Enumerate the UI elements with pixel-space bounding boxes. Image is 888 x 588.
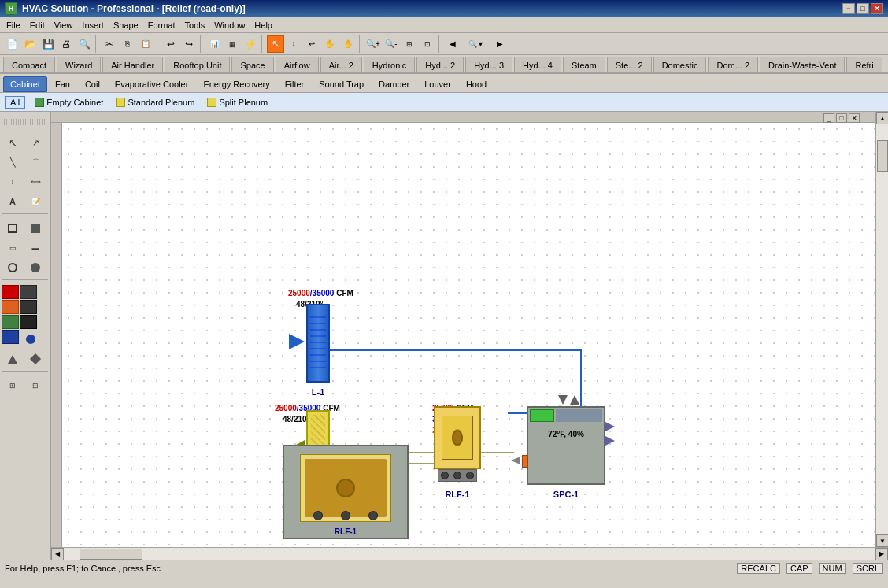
menu-edit[interactable]: Edit bbox=[25, 20, 50, 31]
color-swatch-dark[interactable] bbox=[20, 285, 37, 299]
scroll-left-button[interactable]: ◀ bbox=[51, 548, 64, 560]
sec-tab-evap[interactable]: Evaporative Cooler bbox=[108, 76, 196, 92]
tb-next[interactable]: ▶ bbox=[491, 35, 509, 53]
tb-prev[interactable]: ◀ bbox=[444, 35, 461, 53]
scroll-thumb[interactable] bbox=[877, 140, 888, 172]
hscroll-track[interactable] bbox=[64, 548, 875, 560]
sec-tab-louver[interactable]: Louver bbox=[417, 76, 458, 92]
scroll-down-button[interactable]: ▼ bbox=[876, 534, 888, 547]
tb-rotate[interactable]: ↩ bbox=[303, 35, 320, 53]
scroll-track[interactable] bbox=[876, 124, 888, 534]
tool-note[interactable]: 📝 bbox=[24, 192, 46, 211]
sec-tab-filter[interactable]: Filter bbox=[278, 76, 311, 92]
mdi-restore[interactable]: □ bbox=[836, 113, 847, 123]
tool-rounded-rect-fill[interactable]: ▬ bbox=[24, 239, 46, 257]
tab-refri[interactable]: Refri bbox=[846, 57, 882, 72]
color-swatch-green[interactable] bbox=[2, 315, 19, 329]
tb-zoom-fit[interactable]: ⊞ bbox=[401, 35, 418, 53]
tab-dom2[interactable]: Dom... 2 bbox=[708, 57, 758, 72]
sec-tab-sound[interactable]: Sound Trap bbox=[312, 76, 371, 92]
tool-arrow[interactable]: ↖ bbox=[2, 133, 24, 152]
tool-measure[interactable]: ⟺ bbox=[24, 172, 46, 191]
tb-print-preview[interactable]: 🔍 bbox=[76, 35, 93, 53]
color-swatch-dark2[interactable] bbox=[20, 300, 37, 314]
hscroll-thumb[interactable] bbox=[80, 549, 142, 560]
sec-tab-fan[interactable]: Fan bbox=[48, 76, 77, 92]
sec-tab-coil[interactable]: Coil bbox=[78, 76, 107, 92]
tool-misc2[interactable]: ⊟ bbox=[24, 376, 46, 395]
scroll-up-button[interactable]: ▲ bbox=[876, 112, 888, 124]
tb-undo[interactable]: ↩ bbox=[162, 35, 179, 53]
tab-hyd4[interactable]: Hyd... 4 bbox=[514, 57, 561, 72]
tb-save[interactable]: 💾 bbox=[39, 35, 57, 53]
tab-hydronic[interactable]: Hydronic bbox=[364, 57, 415, 72]
tab-drain-waste[interactable]: Drain-Waste-Vent bbox=[760, 57, 845, 72]
tab-ste2[interactable]: Ste... 2 bbox=[607, 57, 652, 72]
tool-line[interactable]: ╲ bbox=[2, 153, 24, 172]
menu-shape[interactable]: Shape bbox=[109, 20, 143, 31]
tool-text[interactable]: A bbox=[2, 192, 24, 211]
tab-hyd3[interactable]: Hyd... 3 bbox=[465, 57, 512, 72]
menu-view[interactable]: View bbox=[50, 20, 78, 31]
tool-rect-outline[interactable] bbox=[2, 219, 24, 238]
component-spc1[interactable]: 72°F, 40% SPC-1 bbox=[527, 406, 605, 485]
tab-hyd2[interactable]: Hyd... 2 bbox=[416, 57, 464, 72]
color-swatch-dark3[interactable] bbox=[20, 315, 37, 329]
component-l1[interactable]: L-1 bbox=[306, 304, 330, 383]
menu-window[interactable]: Window bbox=[209, 20, 250, 31]
menu-tools[interactable]: Tools bbox=[180, 20, 210, 31]
tb-copy[interactable]: ⎘ bbox=[119, 35, 136, 53]
component-rlf1[interactable]: RLF-1 bbox=[434, 406, 481, 485]
mdi-minimize[interactable]: _ bbox=[823, 113, 834, 123]
filter-standard-plenum[interactable]: Standard Plenum bbox=[113, 97, 198, 108]
tb-select[interactable]: ↖ bbox=[267, 35, 284, 53]
color-swatch-triangle[interactable] bbox=[2, 349, 24, 368]
tab-space[interactable]: Space bbox=[231, 57, 273, 72]
tool-misc1[interactable]: ⊞ bbox=[2, 376, 24, 395]
tb-zoom-sel[interactable]: ⊡ bbox=[419, 35, 436, 53]
menu-file[interactable]: File bbox=[2, 20, 25, 31]
menu-help[interactable]: Help bbox=[250, 20, 277, 31]
menu-insert[interactable]: Insert bbox=[77, 20, 109, 31]
tb-lightning[interactable]: ⚡ bbox=[242, 35, 259, 53]
minimize-button[interactable]: − bbox=[842, 3, 855, 14]
tb-print[interactable]: 🖨 bbox=[57, 35, 75, 53]
tb-connect[interactable]: ↕ bbox=[285, 35, 302, 53]
tb-table[interactable]: ▦ bbox=[224, 35, 241, 53]
mdi-close[interactable]: ✕ bbox=[849, 113, 860, 123]
tab-domestic[interactable]: Domestic bbox=[653, 57, 707, 72]
color-swatch-blue-dark[interactable] bbox=[2, 330, 19, 344]
close-button[interactable]: ✕ bbox=[871, 3, 883, 14]
right-scrollbar[interactable]: ▲ ▼ bbox=[875, 112, 888, 547]
tool-angled-line[interactable]: ⌒ bbox=[24, 153, 46, 172]
tb-zoom-in[interactable]: 🔍+ bbox=[364, 35, 382, 53]
sec-tab-cabinet[interactable]: Cabinet bbox=[3, 76, 47, 92]
tb-pan[interactable]: ✋ bbox=[321, 35, 339, 53]
color-swatch-red[interactable] bbox=[2, 285, 19, 299]
color-swatch-circle[interactable] bbox=[20, 330, 42, 349]
filter-all[interactable]: All bbox=[5, 96, 25, 109]
tab-air-handler[interactable]: Air Handler bbox=[102, 57, 163, 72]
tool-connect[interactable]: ↕ bbox=[2, 172, 24, 191]
scroll-right-button[interactable]: ▶ bbox=[875, 548, 888, 560]
tool-rect-fill[interactable] bbox=[24, 219, 46, 238]
tab-airflow[interactable]: Airflow bbox=[276, 57, 319, 72]
color-swatch-orange[interactable] bbox=[2, 300, 19, 314]
canvas-area[interactable]: _ □ ✕ 25000/35000 CFM bbox=[51, 112, 875, 547]
tool-ellipse-fill[interactable] bbox=[24, 258, 46, 277]
tool-ellipse-outline[interactable] bbox=[2, 258, 24, 277]
filter-split-plenum[interactable]: Split Plenum bbox=[204, 97, 271, 108]
sec-tab-hood[interactable]: Hood bbox=[459, 76, 494, 92]
tb-new[interactable]: 📄 bbox=[3, 35, 20, 53]
tb-cut[interactable]: ✂ bbox=[101, 35, 118, 53]
filter-empty-cabinet[interactable]: Empty Cabinet bbox=[31, 97, 106, 108]
tb-paste[interactable]: 📋 bbox=[137, 35, 154, 53]
tb-zoom-out[interactable]: 🔍- bbox=[383, 35, 400, 53]
color-swatch-diamond[interactable] bbox=[24, 349, 46, 368]
tab-steam[interactable]: Steam bbox=[563, 57, 605, 72]
tab-compact[interactable]: Compact bbox=[3, 57, 55, 72]
tb-calc[interactable]: 📊 bbox=[205, 35, 223, 53]
maximize-button[interactable]: □ bbox=[857, 3, 869, 14]
bottom-scrollbar[interactable]: ◀ ▶ bbox=[51, 547, 888, 560]
tool-rounded-rect-outline[interactable]: ▭ bbox=[2, 239, 24, 257]
